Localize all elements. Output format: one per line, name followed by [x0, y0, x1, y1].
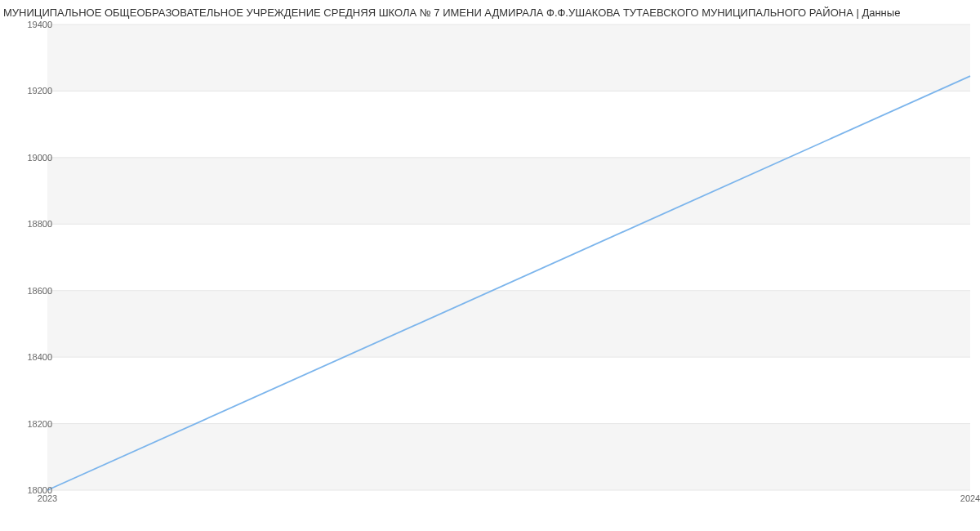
y-tick-label: 19000 — [11, 153, 52, 163]
y-tick-label: 18600 — [11, 286, 52, 296]
grid-lines — [47, 25, 970, 490]
plot-area — [47, 25, 970, 490]
svg-rect-0 — [47, 424, 970, 490]
svg-rect-2 — [47, 158, 970, 224]
y-tick-label: 19200 — [11, 86, 52, 96]
chart-container: МУНИЦИПАЛЬНОЕ ОБЩЕОБРАЗОВАТЕЛЬНОЕ УЧРЕЖД… — [0, 0, 980, 531]
x-tick-label: 2024 — [960, 493, 980, 503]
y-tick-label: 19400 — [11, 20, 52, 29]
chart-svg — [47, 25, 970, 490]
svg-rect-3 — [47, 25, 970, 91]
y-tick-label: 18800 — [11, 219, 52, 229]
chart-title: МУНИЦИПАЛЬНОЕ ОБЩЕОБРАЗОВАТЕЛЬНОЕ УЧРЕЖД… — [0, 0, 980, 19]
svg-rect-1 — [47, 291, 970, 357]
y-tick-label: 18400 — [11, 352, 52, 362]
grid-bands — [47, 25, 970, 490]
x-tick-label: 2023 — [38, 493, 57, 503]
y-tick-label: 18200 — [11, 419, 52, 429]
